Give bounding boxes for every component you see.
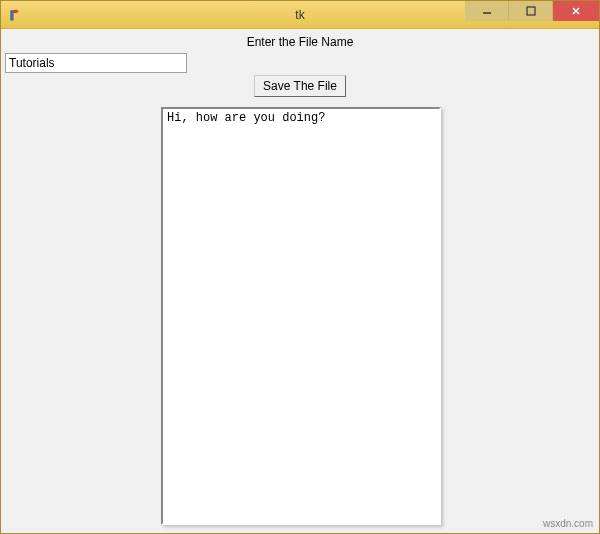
watermark-text: wsxdn.com <box>543 518 593 529</box>
window-title: tk <box>295 8 304 22</box>
maximize-button[interactable] <box>509 1 553 21</box>
window-frame: tk Enter the File Name Save The File wsx… <box>0 0 600 534</box>
svg-rect-1 <box>527 7 535 15</box>
text-editor-frame <box>161 107 441 525</box>
minimize-button[interactable] <box>465 1 509 21</box>
titlebar[interactable]: tk <box>1 1 599 29</box>
save-button[interactable]: Save The File <box>254 75 346 97</box>
text-editor[interactable] <box>163 109 439 523</box>
filename-input[interactable] <box>5 53 187 73</box>
close-button[interactable] <box>553 1 599 21</box>
app-icon <box>7 7 23 23</box>
file-name-label: Enter the File Name <box>5 35 595 49</box>
window-controls <box>465 1 599 28</box>
client-area: Enter the File Name Save The File wsxdn.… <box>1 29 599 533</box>
